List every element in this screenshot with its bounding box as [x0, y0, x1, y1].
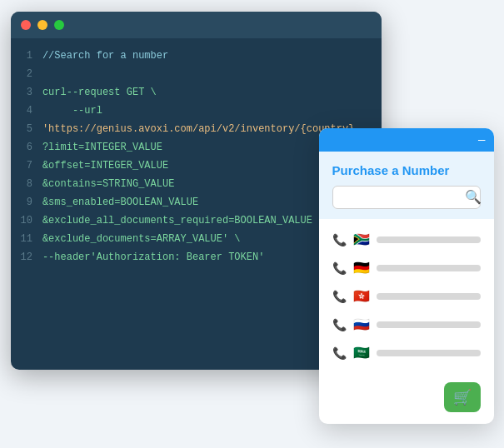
phone-icon: 📞 — [332, 290, 347, 304]
panel-title: Purchase a Number — [332, 163, 481, 177]
list-item[interactable]: 📞 🇭🇰 — [319, 282, 494, 311]
panel-footer: 🛒 — [319, 374, 494, 424]
purchase-panel: — Purchase a Number 🔍 📞 🇿🇦 📞 🇩🇪 📞 — [319, 128, 494, 424]
phone-icon: 📞 — [332, 261, 347, 276]
panel-minimize-button[interactable]: — — [478, 134, 485, 146]
list-item[interactable]: 📞 🇿🇦 — [319, 226, 494, 254]
panel-header: Purchase a Number 🔍 — [319, 152, 494, 219]
search-bar: 🔍 — [332, 186, 481, 209]
minimize-button[interactable] — [37, 20, 47, 30]
flag-de: 🇩🇪 — [353, 260, 370, 276]
flag-sa: 🇸🇦 — [353, 345, 370, 361]
phone-number-bar — [377, 350, 481, 356]
flag-ru: 🇷🇺 — [353, 316, 370, 333]
list-item[interactable]: 📞 🇸🇦 — [319, 339, 494, 367]
phone-number-bar — [377, 293, 481, 300]
list-item[interactable]: 📞 🇷🇺 — [319, 311, 494, 339]
cart-button[interactable]: 🛒 — [444, 382, 481, 412]
panel-topbar: — — [319, 128, 494, 152]
close-button[interactable] — [21, 20, 31, 30]
phone-icon: 📞 — [332, 233, 347, 247]
phone-number-bar — [377, 236, 481, 243]
search-input[interactable] — [340, 192, 465, 203]
flag-hk: 🇭🇰 — [353, 288, 370, 305]
phone-number-bar — [377, 265, 481, 271]
phone-icon: 📞 — [332, 346, 347, 361]
flag-za: 🇿🇦 — [353, 231, 370, 248]
titlebar — [11, 12, 382, 38]
phone-number-bar — [377, 321, 481, 328]
list-item[interactable]: 📞 🇩🇪 — [319, 254, 494, 282]
scene: 1 2 3 4 5 6 7 8 9 10 11 12 //Search for … — [11, 12, 494, 436]
search-button[interactable]: 🔍 — [465, 191, 482, 204]
phone-icon: 📞 — [332, 318, 347, 332]
maximize-button[interactable] — [54, 20, 64, 30]
line-numbers: 1 2 3 4 5 6 7 8 9 10 11 12 — [11, 47, 42, 266]
code-line — [42, 65, 372, 83]
code-line: --url — [42, 102, 372, 120]
code-line: //Search for a number — [42, 47, 372, 65]
phone-list: 📞 🇿🇦 📞 🇩🇪 📞 🇭🇰 📞 🇷🇺 📞 — [319, 219, 494, 374]
code-line: curl--request GET \ — [42, 83, 372, 102]
